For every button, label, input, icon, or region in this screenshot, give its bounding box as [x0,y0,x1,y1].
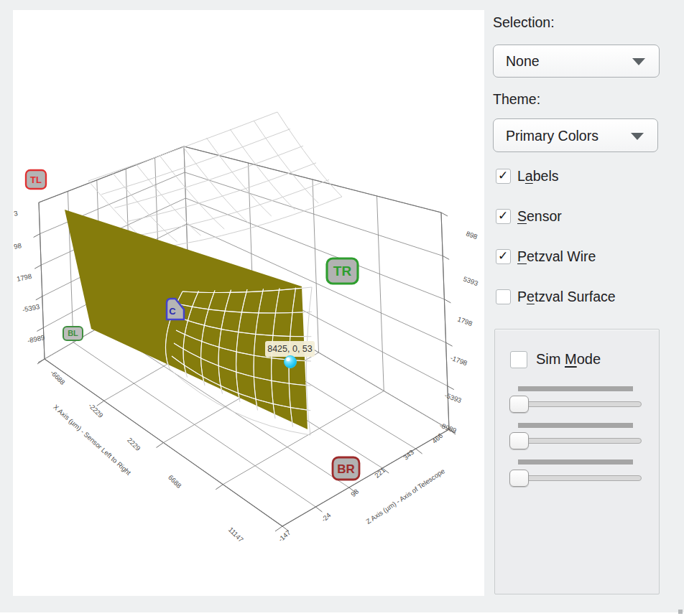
checkbox-label: Labels [517,168,559,185]
slider-handle[interactable] [509,432,529,449]
checkbox-box[interactable]: ✓ [496,249,511,264]
y-axis-left-tick-label: 1798 [16,272,32,283]
window-bottom-strip [0,612,684,616]
y-axis-right-tick-label: 5393 [462,275,479,288]
slider-handle[interactable] [509,396,529,413]
x-axis-tick-label: 11147 [227,526,245,543]
label-tl[interactable]: TL [26,170,46,189]
y-axis-right-tick-label: -1798 [449,354,468,368]
svg-text:TL: TL [30,174,42,185]
label-bl[interactable]: BL [63,327,83,340]
check-icon: ✓ [498,208,508,223]
slider-tick-bar [518,459,633,465]
checkbox-box[interactable]: ✓ [496,289,511,304]
theme-dropdown[interactable]: Primary Colors [493,118,658,152]
checkbox-label: Sim Mode [536,351,601,368]
y-axis-left-tick-label: -8989 [27,333,45,345]
y-axis-right-tick-label: 898 [465,230,479,241]
checkbox-label: Petzval Wire [517,248,596,265]
sensor-plane [65,210,308,429]
svg-text:TR: TR [333,263,352,279]
label-tr[interactable]: TR [327,258,358,284]
x-axis-tick-label: -6688 [49,368,67,386]
checkbox-label: Petzval Surface [517,289,616,305]
marker-highlight [286,358,290,361]
x-axis-tick-label: 2229 [126,436,142,452]
checkbox-box[interactable]: ✓ [496,169,511,184]
slider-tick-bar [518,423,633,428]
slider-track[interactable] [509,475,642,481]
slider-tick-bar [518,386,633,391]
selection-dropdown[interactable]: None [493,45,660,78]
checkbox-label: Sensor [517,208,562,225]
slider-track[interactable] [509,401,642,407]
x-axis-tick-label: 6688 [167,473,183,490]
z-axis-tick-label: -24 [320,511,333,523]
svg-text:BR: BR [337,462,355,476]
y-axis-right-tick-label: 1798 [456,315,473,328]
selection-dropdown-value: None [506,53,540,70]
y-axis-left-tick-label: 98 [13,241,22,251]
app-window: -6688-22292229668811147-147-249822134346… [0,0,684,616]
selection-label: Selection: [493,14,555,31]
plot-3d-scene[interactable]: -6688-22292229668811147-147-249822134346… [13,10,484,596]
y-axis-right-tick-label: -5393 [443,391,463,405]
check-icon: ✓ [498,168,508,182]
checkbox-box[interactable]: ✓ [496,209,511,224]
z-axis-tick-label: -147 [277,528,292,543]
checkbox-box[interactable]: ✓ [510,351,527,368]
y-axis-left-tick-label: -5393 [22,302,40,314]
label-br[interactable]: BR [333,457,359,480]
theme-dropdown-value: Primary Colors [506,127,598,144]
svg-text:C: C [169,306,176,317]
x-axis-tick-label: -2229 [87,401,105,419]
z-axis-tick-label: 221 [373,466,387,480]
svg-text:BL: BL [68,329,78,337]
y-axis-right-tick-label: -8989 [438,421,458,435]
svg-text:8425, 0, 53: 8425, 0, 53 [267,344,313,354]
check-icon: ✓ [498,248,508,263]
plot-3d-view[interactable]: -6688-22292229668811147-147-249822134346… [13,10,484,596]
resize-grip[interactable] [678,610,683,614]
chevron-down-icon [632,58,645,65]
slider-handle[interactable] [509,470,529,487]
data-tooltip: 8425, 0, 53 [265,341,315,357]
theme-label: Theme: [493,91,540,108]
data-point-marker[interactable] [285,356,297,368]
chevron-down-icon [631,133,644,140]
y-axis-left-tick-label: 3 [13,209,18,218]
x-axis-title: X Axis (µm) - Sensor Left to Right [52,403,133,477]
slider-track[interactable] [509,438,642,444]
